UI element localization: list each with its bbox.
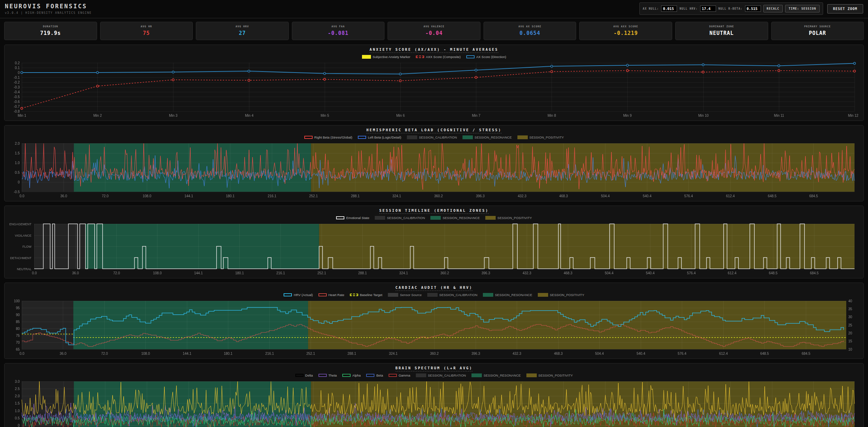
legend-swatch-icon — [416, 373, 426, 377]
legend-item[interactable]: Baseline Target — [350, 293, 382, 297]
beta-load-panel: HEMISPHERIC BETA LOAD (COGNITIVE / STRES… — [4, 125, 864, 201]
legend-label: Sensor Source — [400, 293, 422, 297]
legend-swatch-icon — [485, 216, 496, 220]
legend-label: SESSION_RESONANCE — [442, 216, 480, 220]
legend-swatch-icon — [388, 293, 398, 297]
legend-item[interactable]: AX Score (Direction) — [466, 55, 506, 59]
beta-chart-legend: Right Beta (Stress/Global)Left Beta (Log… — [7, 135, 861, 140]
legend-swatch-icon — [517, 135, 528, 139]
legend-item[interactable]: Emotional State — [336, 216, 369, 220]
anxiety-chart-legend: Subjective Anxiety MarkerAXX Score (Comp… — [7, 54, 861, 59]
legend-item[interactable]: SESSION_RESONANCE — [471, 373, 521, 377]
header-controls: AX NULL: NULL HRV: NULL R-BETA: RECALC T… — [639, 2, 863, 15]
legend-item[interactable]: Left Beta (Logic/Detail) — [358, 135, 401, 139]
legend-swatch-icon — [471, 373, 482, 377]
null-hrv-label: NULL HRV: — [679, 7, 697, 10]
legend-item[interactable]: SESSION_CALIBRATION — [407, 135, 457, 139]
legend-swatch-icon — [389, 374, 397, 377]
stat-avg-valence: AVG VALENCE -0.04 — [388, 22, 480, 40]
stat-avg-faa: AVG FAA -0.081 — [292, 22, 385, 40]
legend-item[interactable]: Alpha — [342, 373, 361, 377]
legend-label: AXX Score (Composite) — [426, 55, 461, 59]
timeline-chart-canvas[interactable] — [7, 221, 861, 276]
spectrum-chart-legend: DeltaThetaAlphaBetaGammaSESSION_CALIBRAT… — [7, 373, 861, 378]
legend-item[interactable]: Delta — [295, 373, 313, 377]
null-rbeta-label: NULL R-BETA: — [718, 7, 743, 10]
legend-item[interactable]: Theta — [318, 373, 337, 377]
legend-item[interactable]: Subjective Anxiety Marker — [362, 55, 410, 59]
legend-item[interactable]: HRV (Actual) — [284, 293, 313, 297]
legend-label: Alpha — [352, 373, 361, 377]
legend-swatch-icon — [362, 55, 371, 59]
stat-duration: DURATION 719.9s — [4, 22, 97, 40]
legend-swatch-icon — [295, 374, 304, 377]
legend-swatch-icon — [462, 135, 473, 139]
legend-label: Delta — [305, 373, 313, 377]
legend-item[interactable]: SESSION_POSITIVITY — [538, 293, 584, 297]
legend-item[interactable]: SESSION_RESONANCE — [462, 135, 512, 139]
legend-label: SESSION_POSITIVITY — [530, 135, 564, 139]
legend-item[interactable]: SESSION_CALIBRATION — [427, 293, 477, 297]
stat-avg-ax-score: AVG AX SCORE 0.0654 — [484, 22, 576, 40]
legend-label: Baseline Target — [360, 293, 382, 297]
cardiac-chart-legend: HRV (Actual)Heart RateBaseline TargetSen… — [7, 292, 861, 297]
legend-item[interactable]: Sensor Source — [388, 293, 422, 297]
ax-null-input[interactable] — [661, 6, 677, 12]
legend-swatch-icon — [304, 136, 313, 139]
legend-item[interactable]: SESSION_CALIBRATION — [375, 216, 425, 220]
recalc-button[interactable]: RECALC — [763, 5, 783, 12]
null-hrv-input[interactable] — [700, 6, 716, 12]
legend-item[interactable]: SESSION_POSITIVITY — [517, 135, 564, 139]
legend-swatch-icon — [350, 294, 358, 296]
session-timeline-panel: SESSION TIMELINE (EMOTIONAL ZONES) Emoti… — [4, 206, 864, 278]
legend-item[interactable]: SESSION_RESONANCE — [483, 293, 532, 297]
time-mode-button[interactable]: TIME: SESSION — [785, 5, 820, 12]
app-header: NEUROVIS FORENSICS v3.0.4 | HIGH-DENSITY… — [0, 0, 868, 18]
null-rbeta-input[interactable] — [745, 6, 761, 12]
legend-swatch-icon — [407, 135, 417, 139]
legend-label: SESSION_POSITIVITY — [538, 373, 573, 377]
cardiac-chart-title: CARDIAC AUDIT (HR & HRV) — [395, 285, 473, 291]
legend-item[interactable]: SESSION_RESONANCE — [430, 216, 480, 220]
legend-swatch-icon — [366, 374, 374, 377]
legend-label: SESSION_RESONANCE — [495, 293, 532, 297]
reset-zoom-button[interactable]: RESET ZOOM — [827, 4, 863, 13]
spectrum-chart-canvas[interactable] — [7, 379, 861, 427]
anxiety-chart-canvas[interactable] — [7, 60, 861, 119]
null-settings-group: AX NULL: NULL HRV: NULL R-BETA: RECALC T… — [639, 2, 823, 15]
legend-label: Beta — [376, 373, 383, 377]
app-title: NEUROVIS FORENSICS — [5, 3, 92, 10]
legend-label: SESSION_CALIBRATION — [439, 293, 477, 297]
legend-item[interactable]: SESSION_CALIBRATION — [416, 373, 466, 377]
spectrum-chart-title: BRAIN SPECTRUM (L+R AVG) — [395, 366, 473, 371]
legend-label: Heart Rate — [328, 293, 344, 297]
timeline-chart-legend: Emotional StateSESSION_CALIBRATIONSESSIO… — [7, 215, 861, 220]
legend-label: SESSION_CALIBRATION — [419, 135, 457, 139]
cardiac-chart-canvas[interactable] — [7, 298, 861, 357]
ax-null-label: AX NULL: — [643, 7, 659, 10]
legend-item[interactable]: SESSION_POSITIVITY — [526, 373, 573, 377]
legend-label: Theta — [328, 373, 337, 377]
legend-swatch-icon — [526, 373, 537, 377]
legend-swatch-icon — [375, 216, 385, 220]
legend-label: Right Beta (Stress/Global) — [314, 135, 352, 139]
legend-item[interactable]: SESSION_POSITIVITY — [485, 216, 532, 220]
legend-swatch-icon — [430, 216, 441, 220]
legend-item[interactable]: Beta — [366, 373, 383, 377]
legend-swatch-icon — [342, 374, 351, 377]
legend-label: SESSION_CALIBRATION — [387, 216, 425, 220]
legend-item[interactable]: Right Beta (Stress/Global) — [304, 135, 352, 139]
legend-item[interactable]: Heart Rate — [318, 293, 344, 297]
beta-chart-canvas[interactable] — [7, 141, 861, 199]
legend-label: Gamma — [399, 373, 410, 377]
app-subtitle: v3.0.4 | HIGH-DENSITY ANALYTICS ENGINE — [5, 11, 92, 15]
legend-item[interactable]: Gamma — [389, 373, 410, 377]
legend-swatch-icon — [483, 293, 493, 297]
stat-avg-axx-score: AVG AXX SCORE -0.1219 — [579, 22, 672, 40]
brand-block: NEUROVIS FORENSICS v3.0.4 | HIGH-DENSITY… — [5, 3, 92, 15]
legend-item[interactable]: AXX Score (Composite) — [416, 55, 461, 59]
legend-swatch-icon — [336, 216, 344, 219]
legend-label: SESSION_RESONANCE — [484, 373, 521, 377]
legend-label: HRV (Actual) — [294, 293, 313, 297]
legend-label: Subjective Anxiety Marker — [373, 55, 410, 59]
